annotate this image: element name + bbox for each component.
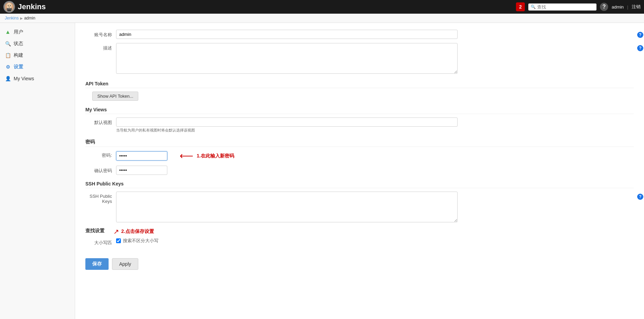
account-row: 账号名称 ?	[85, 30, 634, 39]
help-button[interactable]: ?	[600, 3, 608, 11]
status-icon: 🔍	[5, 41, 11, 47]
header: Jenkins 2 🔍 ? admin | 注销	[0, 0, 644, 14]
search-case-checkbox[interactable]	[116, 238, 121, 243]
default-view-label: 默认视图	[85, 117, 116, 126]
ssh-section-title: SSH Public Keys	[85, 181, 634, 188]
svg-point-3	[8, 5, 9, 6]
sidebar-item-label-myviews: My Views	[14, 76, 34, 81]
ssh-field: ?	[116, 192, 634, 223]
my-views-section-title: My Views	[85, 107, 634, 114]
sidebar-item-label-status: 状态	[14, 41, 23, 47]
confirm-password-field	[116, 166, 167, 175]
user-label[interactable]: admin	[612, 4, 624, 10]
settings-icon: ⚙	[5, 64, 11, 70]
sidebar-item-myviews[interactable]: 👤 My Views	[0, 73, 75, 84]
header-divider: |	[627, 4, 628, 10]
default-view-hint: 当导航为用户的私有视图时将会默认选择该视图	[116, 128, 634, 133]
sidebar-item-build[interactable]: 📋 构建	[0, 50, 75, 61]
jenkins-title: Jenkins	[18, 2, 46, 11]
password-annotation: ⟵ 1.在此输入新密码	[180, 150, 234, 162]
show-api-token-button[interactable]: Show API Token...	[92, 92, 138, 101]
sidebar-item-label-settings: 设置	[14, 64, 23, 70]
default-view-input[interactable]	[116, 117, 458, 127]
account-help-icon[interactable]: ?	[637, 32, 643, 38]
password-field: ⟵ 1.在此输入新密码	[116, 150, 234, 162]
svg-point-4	[10, 5, 11, 6]
search-settings-section-title: 查找设置	[85, 228, 104, 235]
jenkins-logo[interactable]: Jenkins	[3, 1, 46, 13]
sidebar-item-settings[interactable]: ⚙ 设置	[0, 61, 75, 73]
user-icon: ▲	[5, 29, 11, 35]
confirm-password-label: 确认密码	[85, 166, 116, 174]
notification-badge[interactable]: 2	[516, 2, 525, 11]
default-view-row: 默认视图 当导航为用户的私有视图时将会默认选择该视图	[85, 117, 634, 133]
default-view-field: 当导航为用户的私有视图时将会默认选择该视图	[116, 117, 634, 133]
sidebar-item-status[interactable]: 🔍 状态	[0, 38, 75, 50]
save-arrow-icon: ↗	[113, 227, 119, 236]
password-annotation-text: 1.在此输入新密码	[197, 153, 234, 159]
sidebar-item-label-users: 用户	[14, 29, 23, 35]
search-checkbox-row: 搜索不区分大小写	[116, 238, 634, 244]
description-label: 描述	[85, 43, 116, 51]
build-icon: 📋	[5, 52, 11, 58]
password-input[interactable]	[116, 151, 167, 161]
main-content: 账号名称 ? 描述 ? API Token Show API Token... …	[75, 23, 644, 319]
search-size-row: 大小写匹 搜索不区分大小写	[85, 238, 634, 246]
jenkins-logo-icon	[3, 1, 15, 13]
password-arrow-icon: ⟵	[180, 150, 193, 162]
api-token-section-title: API Token	[85, 81, 634, 88]
save-annotation: ↗ 2.点击保存设置	[113, 227, 154, 236]
password-label: 密码:	[85, 150, 116, 158]
search-size-label: 大小写匹	[85, 238, 116, 246]
search-box: 🔍	[528, 3, 597, 11]
confirm-password-input[interactable]	[116, 166, 167, 175]
sidebar: ▲ 用户 🔍 状态 📋 构建 ⚙ 设置 👤 My Views	[0, 23, 75, 319]
apply-button[interactable]: Apply	[112, 258, 138, 270]
main-layout: ▲ 用户 🔍 状态 📋 构建 ⚙ 设置 👤 My Views	[0, 23, 644, 319]
password-row: 密码: ⟵ 1.在此输入新密码	[85, 150, 634, 162]
breadcrumb-root[interactable]: Jenkins	[5, 16, 19, 20]
ssh-help-icon[interactable]: ?	[637, 194, 643, 200]
search-size-field: 搜索不区分大小写	[116, 238, 634, 244]
account-label: 账号名称	[85, 30, 116, 38]
sidebar-item-users[interactable]: ▲ 用户	[0, 26, 75, 38]
breadcrumb-current: admin	[24, 16, 36, 20]
views-icon: 👤	[5, 75, 11, 82]
search-input[interactable]	[537, 4, 594, 10]
description-help-icon[interactable]: ?	[637, 45, 643, 51]
password-section-title: 密码	[85, 139, 634, 147]
svg-rect-6	[6, 8, 12, 10]
search-checkbox-label: 搜索不区分大小写	[123, 238, 158, 244]
breadcrumb-separator: ▶	[20, 16, 23, 20]
account-input[interactable]	[116, 30, 458, 39]
description-row: 描述 ?	[85, 43, 634, 75]
confirm-password-row: 确认密码	[85, 166, 634, 175]
search-icon: 🔍	[531, 4, 536, 9]
form-actions: 保存 Apply	[85, 253, 634, 275]
description-textarea[interactable]	[116, 43, 458, 74]
sidebar-item-label-build: 构建	[14, 52, 23, 58]
ssh-row: SSH Public Keys ?	[85, 192, 634, 223]
ssh-textarea[interactable]	[116, 192, 458, 222]
logout-link[interactable]: 注销	[632, 4, 641, 10]
breadcrumb: Jenkins ▶ admin	[0, 14, 644, 23]
save-annotation-text: 2.点击保存设置	[121, 228, 154, 235]
ssh-label: SSH Public Keys	[85, 192, 116, 204]
description-field: ?	[116, 43, 634, 75]
account-field: ?	[116, 30, 634, 39]
save-button[interactable]: 保存	[85, 258, 109, 270]
